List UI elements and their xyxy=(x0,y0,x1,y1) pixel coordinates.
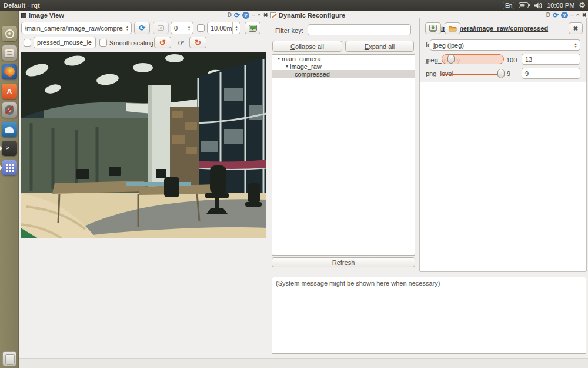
launcher-item-ubuntu-software[interactable]: A xyxy=(2,84,17,99)
slider-handle[interactable] xyxy=(497,69,505,78)
save-image-icon xyxy=(249,25,257,32)
system-message-text: (System message might be shown here when… xyxy=(276,280,440,287)
launcher-item-rqt[interactable] xyxy=(2,160,17,175)
top-panel: Default - rqt En 10:00 PM ⚙ xyxy=(0,0,588,11)
param-max: 100 xyxy=(506,57,517,64)
combo-arrows-icon[interactable]: ▲▼ xyxy=(123,22,131,34)
expand-all-button[interactable]: Expand all xyxy=(345,41,414,52)
launcher-item-terminal[interactable]: >_ xyxy=(2,141,17,156)
jpeg-quality-value[interactable] xyxy=(525,56,577,63)
dock-settings-button[interactable]: D xyxy=(228,12,232,19)
close-node-button[interactable]: ✖ xyxy=(569,22,583,34)
status-bar xyxy=(19,358,588,368)
terminal-icon: >_ xyxy=(6,145,13,151)
max-range-spinbox[interactable]: 10.00m ▲▼ xyxy=(207,22,240,34)
running-indicator xyxy=(0,146,2,151)
smooth-scaling-label: Smooth scaling xyxy=(109,39,153,47)
rotate-cw-button[interactable]: ↻ xyxy=(189,37,206,48)
unity-launcher: A >_ xyxy=(0,11,19,368)
dash-home-icon xyxy=(5,29,14,38)
zoom-spinbox-value: 0 xyxy=(174,25,185,32)
topic-combobox-value: /main_camera/image_raw/compres xyxy=(25,25,123,32)
refresh-icon: ⟳ xyxy=(139,24,145,32)
format-value: jpeg (jpeg) xyxy=(433,42,572,49)
wireshark-icon xyxy=(5,126,14,133)
files-icon xyxy=(5,49,14,58)
open-folder-icon xyxy=(449,25,457,32)
dock-float-button[interactable]: ○ xyxy=(258,12,261,19)
combo-arrows-icon[interactable]: ▲▼ xyxy=(572,40,580,50)
tree-item-compressed[interactable]: compressed xyxy=(272,70,415,78)
trash-icon[interactable] xyxy=(2,351,16,366)
param-max: 9 xyxy=(507,70,510,77)
filter-key-value[interactable] xyxy=(311,26,407,34)
zoom-spinbox[interactable]: 0 ▲▼ xyxy=(171,22,193,34)
volume-icon[interactable] xyxy=(534,2,543,9)
refresh-button[interactable]: Refresh xyxy=(272,257,415,267)
ubuntu-software-icon: A xyxy=(6,87,12,96)
max-range-value: 10.00m xyxy=(211,25,232,32)
rotate-ccw-icon: ↺ xyxy=(159,38,166,47)
dock-help-button[interactable]: ? xyxy=(242,12,249,19)
dock-reload-button[interactable]: ⟳ xyxy=(234,12,240,19)
image-view-title: Image View xyxy=(29,12,64,19)
launcher-item-files[interactable] xyxy=(2,45,17,61)
window-title: Default - rqt xyxy=(0,2,40,9)
publish-mouse-checkbox[interactable] xyxy=(24,39,31,47)
node-tree: ▾ main_camera ▾ image_raw compressed xyxy=(272,54,415,256)
jpeg-quality-slider[interactable] xyxy=(442,54,504,64)
expander-icon[interactable]: ▾ xyxy=(276,56,282,61)
spin-arrows-icon[interactable]: ▲▼ xyxy=(232,22,240,34)
system-message-box[interactable]: (System message might be shown here when… xyxy=(272,277,586,354)
camera-icon xyxy=(158,25,164,31)
running-indicator xyxy=(0,165,2,170)
save-params-button[interactable] xyxy=(425,22,441,34)
mouse-topic-value[interactable] xyxy=(37,39,92,46)
dynamic-reconfigure-icon xyxy=(270,12,276,18)
dock-minimize-button[interactable]: – xyxy=(252,12,255,19)
png-level-value[interactable] xyxy=(525,70,577,77)
save-image-button[interactable] xyxy=(245,22,260,34)
rotate-ccw-button[interactable]: ↺ xyxy=(154,37,171,48)
battery-icon[interactable] xyxy=(519,2,530,8)
slider-handle[interactable] xyxy=(447,54,455,64)
node-panel-empty-area xyxy=(420,82,586,271)
png-level-input[interactable] xyxy=(522,68,580,79)
dynamic-range-checkbox[interactable] xyxy=(197,24,205,32)
launcher-item-firefox[interactable] xyxy=(2,64,17,79)
image-view-titlebar[interactable]: Image View D ⟳ ? – ○ ✖ xyxy=(21,11,268,19)
launcher-item-dash-home[interactable] xyxy=(2,26,17,41)
system-settings-icon xyxy=(5,105,14,115)
expander-icon[interactable]: ▾ xyxy=(284,64,290,69)
clock[interactable]: 10:00 PM xyxy=(547,2,574,9)
smooth-scaling-checkbox[interactable] xyxy=(99,39,107,47)
mouse-topic-input[interactable] xyxy=(34,37,96,48)
screenshot-button[interactable] xyxy=(153,22,169,34)
rotation-value: 0° xyxy=(178,39,185,47)
camera-image xyxy=(21,52,266,238)
rotate-cw-icon: ↻ xyxy=(195,38,201,47)
image-view-icon xyxy=(21,13,26,18)
save-params-icon xyxy=(429,25,437,32)
filter-key-input[interactable] xyxy=(308,24,411,35)
rqt-icon xyxy=(5,164,14,173)
firefox-icon xyxy=(4,67,15,77)
tree-item-main-camera[interactable]: ▾ main_camera xyxy=(272,55,415,62)
tree-item-image-raw[interactable]: ▾ image_raw xyxy=(272,62,415,70)
launcher-item-system-settings[interactable] xyxy=(2,102,17,118)
load-params-button[interactable] xyxy=(445,22,460,34)
jpeg-quality-input[interactable] xyxy=(522,54,580,65)
close-icon: ✖ xyxy=(573,25,578,32)
spin-arrows-icon[interactable]: ▲▼ xyxy=(185,22,193,34)
collapse-all-button[interactable]: Collapse all xyxy=(272,41,342,52)
keyboard-indicator[interactable]: En xyxy=(503,2,514,9)
topic-combobox[interactable]: /main_camera/image_raw/compres ▲▼ xyxy=(21,22,132,34)
refresh-topics-button[interactable]: ⟳ xyxy=(134,22,150,34)
dock-close-button[interactable]: ✖ xyxy=(263,12,268,19)
desktop: Default - rqt En 10:00 PM ⚙ A xyxy=(0,0,588,368)
png-level-slider[interactable] xyxy=(440,74,502,75)
format-combobox[interactable]: jpeg (jpeg) ▲▼ xyxy=(430,39,580,51)
session-gear-icon[interactable]: ⚙ xyxy=(579,1,586,10)
launcher-item-wireshark[interactable] xyxy=(2,122,17,137)
filter-key-label: Filter key: xyxy=(275,27,303,34)
